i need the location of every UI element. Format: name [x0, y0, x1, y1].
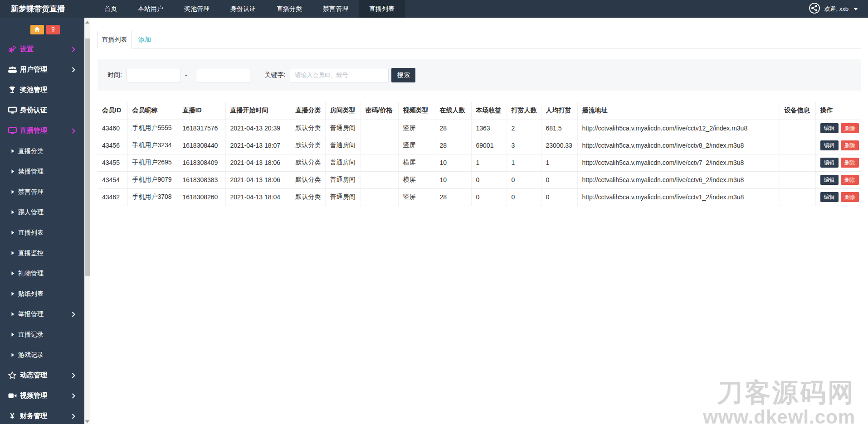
sidebar-item-label: 视频管理	[20, 391, 47, 400]
sidebar-item-15[interactable]: 直播记录	[0, 324, 84, 345]
topnav-item-4[interactable]: 身份认证	[220, 0, 266, 18]
edit-button[interactable]: 编辑	[820, 140, 839, 150]
delete-button[interactable]: 删除	[841, 158, 859, 168]
topnav-item-7[interactable]: 直播列表	[359, 0, 405, 18]
search-button[interactable]: 搜索	[391, 68, 415, 82]
sidebar-item-11[interactable]: 直播监控	[0, 243, 84, 263]
scrollbar-thumb[interactable]	[85, 39, 90, 276]
table-cell: 43455	[98, 154, 127, 171]
topnav-item-6[interactable]: 禁言管理	[312, 0, 359, 18]
table-cell: 1	[541, 154, 577, 171]
sidebar-item-13[interactable]: 贴纸列表	[0, 284, 84, 304]
table-cell: 0	[471, 171, 507, 188]
sidebar-item-label: 动态管理	[20, 371, 47, 380]
actions-cell: 编辑删除	[815, 188, 861, 206]
topnav-item-3[interactable]: 奖池管理	[174, 0, 220, 18]
table-cell: 普通房间	[325, 120, 361, 137]
trash-button[interactable]	[46, 25, 60, 34]
column-header-5: 直播分类	[291, 102, 325, 120]
users-icon	[6, 66, 19, 73]
delete-button[interactable]: 删除	[841, 123, 859, 133]
topnav-item-2[interactable]: 本站用户	[127, 0, 174, 18]
sidebar-item-3[interactable]: 奖池管理	[0, 80, 84, 100]
sidebar-item-9[interactable]: 踢人管理	[0, 202, 84, 222]
edit-button[interactable]: 编辑	[820, 175, 839, 185]
sidebar-item-10[interactable]: 直播列表	[0, 222, 84, 243]
tab-live-list[interactable]: 直播列表	[98, 31, 132, 48]
table-cell: 竖屏	[398, 120, 435, 137]
sidebar-item-5[interactable]: 直播管理	[0, 120, 84, 141]
scrollbar-down-arrow[interactable]	[84, 418, 90, 424]
sidebar-item-label: 直播列表	[18, 229, 44, 237]
submenu-arrow-icon	[11, 210, 15, 214]
sidebar-item-1[interactable]: 设置	[0, 39, 84, 59]
sidebar-item-label: 直播记录	[18, 331, 44, 339]
table-cell: 默认分类	[291, 120, 325, 137]
table-cell: 23000.33	[541, 137, 577, 154]
live-list-table: 会员ID会员昵称直播ID直播开始时间直播分类房间类型密码/价格视频类型在线人数本…	[98, 102, 861, 206]
star-icon	[6, 371, 19, 379]
sidebar-item-label: 用户管理	[20, 65, 47, 74]
sidebar-item-label: 禁播管理	[18, 168, 44, 176]
column-header-6: 房间类型	[325, 102, 361, 120]
sidebar-item-7[interactable]: 禁播管理	[0, 161, 84, 182]
table-cell: 1618308409	[178, 154, 225, 171]
edit-button[interactable]: 编辑	[820, 158, 839, 168]
sidebar-item-4[interactable]: 身份认证	[0, 100, 84, 120]
user-menu[interactable]: 欢迎, xxb	[809, 0, 858, 18]
time-range-separator: -	[185, 72, 187, 79]
sidebar-item-12[interactable]: 礼物管理	[0, 263, 84, 284]
sidebar-item-label: 直播监控	[18, 249, 44, 257]
table-cell: 横屏	[398, 171, 435, 188]
table-cell: 普通房间	[325, 171, 361, 188]
table-cell	[780, 171, 815, 188]
delete-button[interactable]: 删除	[841, 140, 859, 150]
table-row: 43455手机用户269516183084092021-04-13 18:06默…	[98, 154, 861, 171]
home-button[interactable]	[30, 25, 44, 34]
edit-button[interactable]: 编辑	[820, 192, 839, 202]
table-cell: 0	[541, 188, 577, 206]
submenu-arrow-icon	[11, 231, 15, 235]
topnav-item-5[interactable]: 直播分类	[266, 0, 312, 18]
sidebar-item-19[interactable]: ¥财务管理	[0, 406, 84, 424]
sidebar-item-18[interactable]: 视频管理	[0, 385, 84, 406]
delete-button[interactable]: 删除	[841, 175, 859, 185]
stream-url-cell: http://cctvalih5ca.v.myalicdn.com/live/c…	[577, 120, 780, 137]
scrollbar-up-arrow[interactable]	[84, 18, 90, 24]
table-cell: 681.5	[541, 120, 577, 137]
chevron-right-icon	[72, 414, 75, 419]
submenu-arrow-icon	[11, 190, 15, 194]
table-cell: 3	[507, 137, 541, 154]
sidebar-item-14[interactable]: 举报管理	[0, 304, 84, 324]
tab-add[interactable]: 添加	[132, 31, 158, 48]
keyword-input[interactable]	[290, 68, 389, 82]
keyword-label: 关键字:	[265, 71, 286, 79]
delete-button[interactable]: 删除	[841, 192, 859, 202]
sidebar-item-8[interactable]: 禁言管理	[0, 182, 84, 202]
table-cell: 0	[541, 171, 577, 188]
sidebar-item-2[interactable]: 用户管理	[0, 59, 84, 80]
submenu-arrow-icon	[11, 271, 15, 275]
table-cell: 69001	[471, 137, 507, 154]
table-cell: 默认分类	[291, 137, 325, 154]
stream-url-cell: http://cctvalih5ca.v.myalicdn.com/live/c…	[577, 188, 780, 206]
table-cell: 10	[435, 154, 471, 171]
time-end-input[interactable]	[196, 68, 250, 82]
table-row: 43460手机用户555516183175762021-04-13 20:39默…	[98, 120, 861, 137]
table-header-row: 会员ID会员昵称直播ID直播开始时间直播分类房间类型密码/价格视频类型在线人数本…	[98, 102, 861, 120]
table-cell: 1618317576	[178, 120, 225, 137]
trophy-icon	[6, 86, 19, 94]
sidebar-item-17[interactable]: 动态管理	[0, 365, 84, 385]
column-header-2: 会员昵称	[127, 102, 178, 120]
table-cell: 2021-04-13 18:04	[225, 188, 291, 206]
topnav-item-1[interactable]: 首页	[94, 0, 127, 18]
chevron-right-icon	[72, 312, 75, 317]
top-navbar: 新梦蝶带货直播 首页本站用户奖池管理身份认证直播分类禁言管理直播列表 欢迎, x…	[0, 0, 868, 18]
column-header-4: 直播开始时间	[225, 102, 291, 120]
table-cell	[780, 188, 815, 206]
edit-button[interactable]: 编辑	[820, 123, 839, 133]
sidebar-item-6[interactable]: 直播分类	[0, 141, 84, 161]
sidebar-item-16[interactable]: 游戏记录	[0, 345, 84, 365]
sidebar-scrollbar[interactable]	[84, 18, 90, 424]
time-start-input[interactable]	[127, 68, 181, 82]
